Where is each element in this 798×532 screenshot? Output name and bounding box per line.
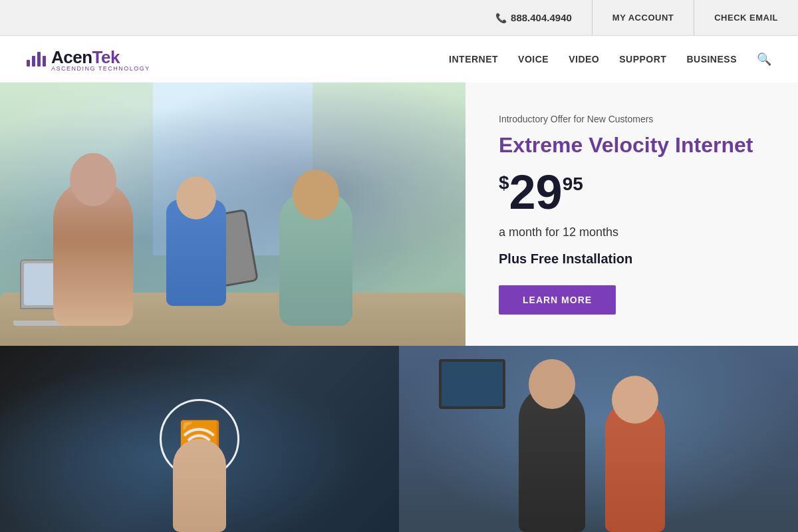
tv-screen bbox=[439, 359, 505, 409]
hero-free-install: Plus Free Installation bbox=[499, 251, 632, 267]
panel-wifi[interactable]: 🛜 bbox=[0, 346, 399, 532]
logo[interactable]: AcenTek Ascending Technology bbox=[27, 47, 150, 72]
learn-more-button[interactable]: LEARN MORE bbox=[499, 285, 616, 315]
price-dollar: $ bbox=[499, 172, 509, 194]
office-person-left bbox=[519, 386, 585, 532]
logo-bars-icon bbox=[27, 52, 46, 66]
header: AcenTek Ascending Technology INTERNET VO… bbox=[0, 36, 798, 82]
search-icon[interactable]: 🔍 bbox=[757, 52, 771, 66]
bar2 bbox=[32, 56, 35, 66]
nav-voice[interactable]: VOICE bbox=[518, 51, 549, 68]
person-child bbox=[166, 200, 226, 306]
hero-content: Introductory Offer for New Customers Ext… bbox=[466, 82, 798, 346]
bottom-panels: 🛜 bbox=[0, 346, 798, 532]
hero-section: Introductory Offer for New Customers Ext… bbox=[0, 82, 798, 346]
panel-business[interactable] bbox=[399, 346, 798, 532]
price-main: 29 bbox=[509, 168, 563, 216]
my-account-link[interactable]: MY ACCOUNT bbox=[592, 0, 694, 35]
person-right bbox=[279, 193, 352, 326]
bar1 bbox=[27, 60, 30, 66]
person-left bbox=[53, 180, 133, 326]
bar3 bbox=[37, 52, 41, 66]
nav-video[interactable]: VIDEO bbox=[569, 51, 599, 68]
hero-price: $ 29 95 bbox=[499, 168, 583, 216]
hero-intro-text: Introductory Offer for New Customers bbox=[499, 114, 653, 124]
phone-icon: 📞 bbox=[495, 13, 507, 23]
nav-internet[interactable]: INTERNET bbox=[449, 51, 498, 68]
bar4 bbox=[43, 56, 46, 66]
price-cents: 95 bbox=[563, 174, 583, 195]
phone-number[interactable]: 📞 888.404.4940 bbox=[475, 12, 592, 23]
nav-business[interactable]: BUSINESS bbox=[686, 51, 737, 68]
office-person-right bbox=[605, 399, 665, 532]
finger-image bbox=[173, 439, 226, 532]
main-nav: INTERNET VOICE VIDEO SUPPORT BUSINESS 🔍 bbox=[449, 51, 771, 68]
logo-text: AcenTek Ascending Technology bbox=[51, 47, 150, 72]
hero-title: Extreme Velocity Internet bbox=[499, 132, 753, 158]
hero-subtext: a month for 12 months bbox=[499, 225, 618, 239]
hero-image bbox=[0, 82, 466, 346]
logo-subtitle: Ascending Technology bbox=[51, 65, 150, 72]
top-bar: 📞 888.404.4940 MY ACCOUNT CHECK EMAIL bbox=[0, 0, 798, 36]
check-email-link[interactable]: CHECK EMAIL bbox=[694, 0, 798, 35]
nav-support[interactable]: SUPPORT bbox=[619, 51, 666, 68]
